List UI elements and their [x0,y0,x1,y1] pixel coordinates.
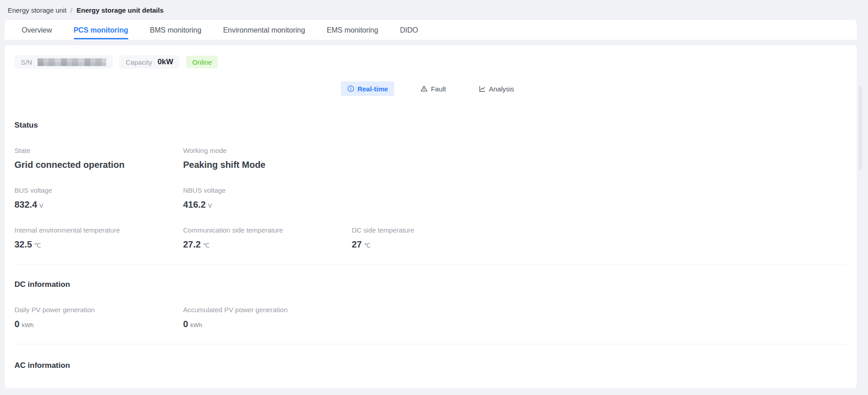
field-value: 32.5 [14,239,32,249]
field-label: Communication side temperature [183,226,352,234]
field-label: State [14,147,183,155]
field-unit: ℃ [34,242,41,249]
tab-overview[interactable]: Overview [11,20,63,40]
field-value: Grid connected operation [14,160,124,170]
info-circle-icon [347,85,354,92]
section-title-status: Status [14,120,847,130]
serial-number-label: S/N [21,58,32,66]
field-unit: V [39,202,43,209]
field-value: Peaking shift Mode [183,160,265,170]
field-bus-voltage: BUS voltage 832.4V [14,186,183,211]
online-status-badge: Online [186,56,217,68]
view-tab-group: Real-time Fault Analysis [14,81,847,96]
field-unit: kWh [190,322,202,328]
field-value: 27.2 [183,239,201,249]
view-tab-realtime[interactable]: Real-time [341,81,395,96]
field-unit: ℃ [203,242,210,249]
field-label: Daily PV power generation [14,306,183,314]
view-tab-analysis[interactable]: Analysis [472,81,521,96]
field-label: BUS voltage [14,186,183,195]
field-label: DC side temperature [352,226,520,234]
status-row-3: Internal environmental temperature 32.5℃… [14,226,847,251]
field-accumulated-pv-generation: Accumulated PV power generation 0kWh [183,306,352,331]
status-row-1: State Grid connected operation Working m… [14,147,847,171]
tab-dido[interactable]: DIDO [389,20,429,40]
field-value: 832.4 [14,200,37,209]
device-info-row: S/N Capacity 0kW Online [14,55,847,69]
view-tab-label: Analysis [489,85,514,93]
view-tab-fault[interactable]: Fault [414,81,452,96]
view-tab-label: Real-time [358,85,388,93]
field-nbus-voltage: NBUS voltage 416.2V [183,186,352,211]
field-unit: kWh [22,322,33,328]
field-unit: V [208,202,212,209]
serial-number-redacted-value [38,58,106,66]
field-value: 0 [14,319,19,329]
monitoring-tab-bar: Overview PCS monitoring BMS monitoring E… [5,20,857,40]
serial-number-pill: S/N [14,55,113,69]
view-tab-label: Fault [431,85,446,93]
breadcrumb: Energy storage unit / Energy storage uni… [0,0,868,20]
field-state: State Grid connected operation [14,147,183,171]
field-working-mode: Working mode Peaking shift Mode [183,147,352,171]
field-value: 416.2 [183,200,206,209]
field-value: 0 [183,319,188,329]
field-label: Internal environmental temperature [14,226,183,234]
dc-row-1: Daily PV power generation 0kWh Accumulat… [14,306,847,331]
capacity-pill: Capacity 0kW [119,55,179,69]
section-title-dc-information: DC information [14,280,847,290]
tab-ems-monitoring[interactable]: EMS monitoring [316,20,389,40]
tab-bms-monitoring[interactable]: BMS monitoring [139,20,212,40]
field-communication-side-temperature: Communication side temperature 27.2℃ [183,226,352,251]
breadcrumb-current-page: Energy storage unit details [76,6,164,14]
field-label: Accumulated PV power generation [183,306,352,314]
field-unit: ℃ [364,242,371,249]
line-chart-icon [479,85,486,92]
field-dc-side-temperature: DC side temperature 27℃ [352,226,520,251]
capacity-label: Capacity [126,58,152,66]
vertical-scrollbar-thumb[interactable] [859,86,862,171]
field-daily-pv-generation: Daily PV power generation 0kWh [14,306,183,331]
warning-triangle-icon [420,85,428,92]
field-label: Working mode [183,147,352,155]
breadcrumb-parent-link[interactable]: Energy storage unit [8,6,66,14]
section-title-ac-information: AC information [14,361,847,371]
tab-pcs-monitoring[interactable]: PCS monitoring [63,20,139,40]
pcs-monitoring-panel: S/N Capacity 0kW Online Real-time Fault [5,45,857,388]
field-internal-env-temperature: Internal environmental temperature 32.5℃ [14,226,183,251]
breadcrumb-separator: / [71,6,72,14]
status-row-2: BUS voltage 832.4V NBUS voltage 416.2V [14,186,847,211]
field-value: 27 [352,239,362,249]
field-label: NBUS voltage [183,186,352,195]
section-divider [14,344,847,344]
tab-environmental-monitoring[interactable]: Environmental monitoring [212,20,316,40]
capacity-value: 0kW [157,57,173,67]
section-divider [14,265,847,265]
